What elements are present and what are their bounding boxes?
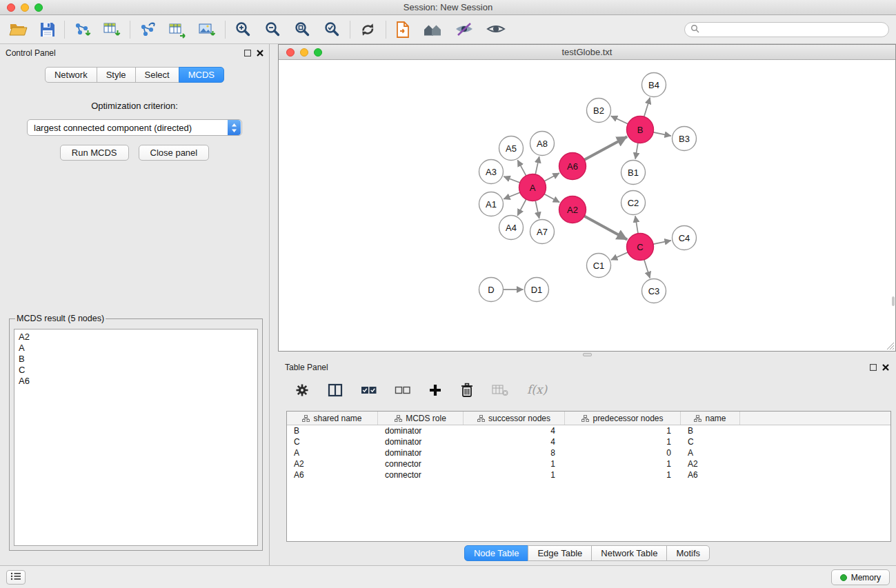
cell-predecessor-nodes[interactable]: 1 bbox=[565, 425, 681, 436]
result-item[interactable]: A bbox=[19, 343, 253, 354]
close-panel-icon-button[interactable] bbox=[257, 50, 263, 57]
table-row[interactable]: A6connector11A6 bbox=[287, 469, 890, 480]
cell-name[interactable]: B bbox=[681, 425, 740, 436]
node-A1[interactable]: A1 bbox=[479, 192, 504, 216]
task-history-button[interactable] bbox=[6, 570, 26, 585]
result-item[interactable]: B bbox=[19, 354, 253, 365]
node-B[interactable]: B bbox=[627, 116, 654, 143]
cell-mcds-role[interactable]: dominator bbox=[378, 447, 464, 458]
node-A5[interactable]: A5 bbox=[499, 136, 524, 161]
edge-A6-B[interactable] bbox=[584, 136, 627, 160]
edge-A2-C[interactable] bbox=[584, 216, 627, 239]
node-B2[interactable]: B2 bbox=[587, 99, 611, 123]
cell-successor-nodes[interactable]: 4 bbox=[464, 436, 565, 447]
save-session-button[interactable] bbox=[37, 20, 58, 39]
cell-name[interactable]: C bbox=[681, 436, 740, 447]
open-session-button[interactable] bbox=[7, 20, 30, 39]
node-D[interactable]: D bbox=[479, 278, 504, 302]
cell-predecessor-nodes[interactable]: 0 bbox=[565, 447, 681, 458]
export-network-button[interactable] bbox=[137, 19, 159, 40]
tab-network[interactable]: Network bbox=[45, 67, 97, 83]
import-table-button[interactable] bbox=[101, 19, 123, 40]
node-C[interactable]: C bbox=[627, 234, 654, 261]
node-B4[interactable]: B4 bbox=[642, 73, 666, 97]
node-A[interactable]: A bbox=[519, 174, 546, 201]
table-row[interactable]: A2connector11A2 bbox=[287, 458, 890, 469]
column-header-successor-nodes[interactable]: successor nodes bbox=[464, 412, 565, 425]
resize-grip-icon[interactable] bbox=[886, 342, 895, 350]
table-row[interactable]: Cdominator41C bbox=[287, 436, 890, 447]
edge-B-B2[interactable] bbox=[611, 116, 628, 124]
mcds-result-list[interactable]: A2ABCA6 bbox=[14, 329, 258, 546]
node-C1[interactable]: C1 bbox=[587, 254, 611, 278]
table-settings-button[interactable] bbox=[293, 381, 311, 399]
edge-A-A2[interactable] bbox=[544, 194, 559, 202]
edge-C-C3[interactable] bbox=[644, 260, 650, 278]
run-mcds-button[interactable]: Run MCDS bbox=[60, 145, 129, 161]
cell-shared-name[interactable]: C bbox=[287, 436, 378, 447]
edge-A-A1[interactable] bbox=[504, 192, 520, 199]
table-tab-motifs[interactable]: Motifs bbox=[666, 545, 710, 561]
cell-name[interactable]: A2 bbox=[681, 458, 740, 469]
cell-successor-nodes[interactable]: 4 bbox=[464, 425, 565, 436]
table-tab-edge-table[interactable]: Edge Table bbox=[528, 545, 592, 561]
function-builder-button[interactable]: f(x) bbox=[526, 388, 548, 392]
memory-button[interactable]: Memory bbox=[831, 569, 890, 585]
zoom-in-button[interactable] bbox=[232, 19, 255, 40]
float-panel-button[interactable] bbox=[244, 50, 251, 57]
network-close-button[interactable] bbox=[286, 48, 295, 57]
new-view-button[interactable] bbox=[392, 19, 413, 40]
cell-shared-name[interactable]: A bbox=[287, 447, 378, 458]
edge-A-A8[interactable] bbox=[535, 156, 539, 174]
window-titlebar[interactable]: Session: New Session bbox=[0, 0, 896, 15]
node-B1[interactable]: B1 bbox=[621, 161, 646, 185]
delete-table-button[interactable] bbox=[490, 383, 510, 398]
show-details-button[interactable] bbox=[484, 20, 508, 39]
delete-column-button[interactable] bbox=[459, 381, 475, 399]
node-A6[interactable]: A6 bbox=[559, 153, 586, 180]
edge-B-B4[interactable] bbox=[644, 98, 650, 117]
cell-mcds-role[interactable]: connector bbox=[378, 458, 464, 469]
select-all-rows-button[interactable] bbox=[359, 384, 378, 396]
cell-successor-nodes[interactable]: 1 bbox=[464, 469, 565, 480]
cell-mcds-role[interactable]: connector bbox=[378, 469, 464, 480]
node-A8[interactable]: A8 bbox=[530, 132, 555, 156]
minimize-window-button[interactable] bbox=[21, 3, 29, 12]
cell-name[interactable]: A6 bbox=[681, 469, 740, 480]
edge-C-C2[interactable] bbox=[635, 216, 638, 233]
edge-B-B3[interactable] bbox=[653, 132, 671, 136]
node-C4[interactable]: C4 bbox=[673, 226, 697, 250]
optimization-criterion-dropdown[interactable]: largest connected component (directed) bbox=[27, 119, 242, 136]
table-row[interactable]: Adominator80A bbox=[287, 447, 890, 458]
splitter-handle[interactable] bbox=[583, 353, 592, 356]
result-item[interactable]: A2 bbox=[19, 332, 253, 343]
home-fit-button[interactable] bbox=[420, 20, 445, 39]
zoom-window-button[interactable] bbox=[34, 3, 43, 12]
import-network-button[interactable] bbox=[71, 19, 94, 40]
cell-shared-name[interactable]: B bbox=[287, 425, 378, 436]
export-table-button[interactable] bbox=[166, 19, 189, 40]
network-zoom-button[interactable] bbox=[314, 48, 322, 57]
column-header-shared-name[interactable]: shared name bbox=[287, 412, 378, 425]
export-image-button[interactable] bbox=[196, 19, 219, 40]
zoom-fit-button[interactable] bbox=[291, 19, 314, 40]
edge-C-C4[interactable] bbox=[653, 241, 671, 244]
network-graph[interactable]: A5A8A3A1A4A7AA6A2BB2B4B3B1C2CC4C1C3DD1 bbox=[279, 61, 895, 351]
column-selector-button[interactable] bbox=[326, 382, 344, 398]
column-header-predecessor-nodes[interactable]: predecessor nodes bbox=[565, 412, 681, 425]
edge-A-A5[interactable] bbox=[517, 160, 526, 176]
cell-shared-name[interactable]: A6 bbox=[287, 469, 378, 480]
add-column-button[interactable] bbox=[427, 382, 444, 398]
network-canvas[interactable]: A5A8A3A1A4A7AA6A2BB2B4B3B1C2CC4C1C3DD1 bbox=[279, 61, 895, 351]
cell-shared-name[interactable]: A2 bbox=[287, 458, 378, 469]
node-C3[interactable]: C3 bbox=[642, 279, 666, 303]
search-input[interactable] bbox=[703, 25, 883, 34]
network-window-titlebar[interactable]: testGlobe.txt bbox=[279, 45, 895, 60]
hide-details-button[interactable] bbox=[452, 20, 477, 39]
result-item[interactable]: A6 bbox=[19, 376, 253, 387]
node-A4[interactable]: A4 bbox=[499, 216, 524, 240]
column-header-name[interactable]: name bbox=[681, 412, 740, 425]
zoom-out-button[interactable] bbox=[261, 19, 284, 40]
edge-A-A3[interactable] bbox=[504, 176, 520, 183]
close-window-button[interactable] bbox=[7, 3, 15, 12]
